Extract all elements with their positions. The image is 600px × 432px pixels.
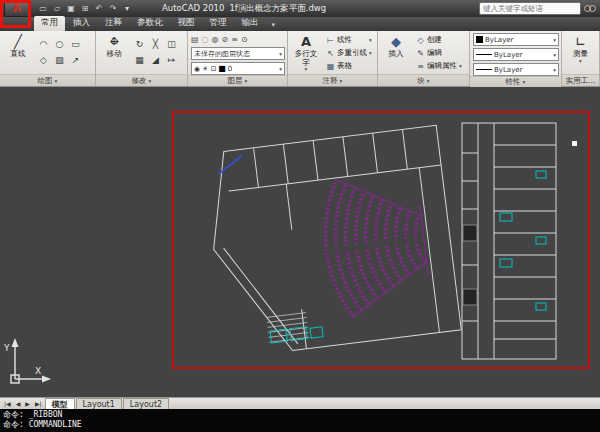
line-button[interactable]: ╱ 直线 [3,33,33,59]
edit-attributes-button[interactable]: ≡ 编辑属性 ▾ [414,60,464,72]
qat-menu-icon[interactable]: ▾ [121,4,133,13]
move-button[interactable]: ↔ ↕ 移动 [99,33,129,59]
panel-block-title: 块 [417,76,425,86]
multileader-icon: ↖ [326,49,335,58]
draw-icon-grid: ◠ ○ ▭ ◇ ▨ ↗ [36,36,83,67]
tab-home[interactable]: 常用 [34,16,65,31]
titlebar: A ▭ ▱ ▣ ⊞ ↶ ↷ ▾ AutoCAD 2010 1f演出概念方案平面.… [0,0,600,17]
table-icon: ▦ [326,62,335,71]
insert-block-button[interactable]: ◆ 插入 [381,33,411,59]
first-layout-button[interactable]: |◀ [2,400,13,407]
array-icon[interactable]: ▦ [132,52,147,67]
layer-match-icon[interactable]: ≡ [231,35,238,44]
create-block-button[interactable]: ◇ 创建 [414,34,464,46]
command-history-line: 命令: _RIBBON [3,410,600,420]
edit-block-button[interactable]: ✎ 编辑 [414,47,464,59]
ribbon: ╱ 直线 ◠ ○ ▭ ◇ ▨ ↗ 绘图 ▾ [0,31,600,87]
fillet-icon[interactable]: ◢ [148,52,163,67]
tab-parametric[interactable]: 参数化 [130,16,170,31]
circle-icon[interactable]: ○ [52,36,67,51]
linetype-dropdown[interactable]: ByLayer ▾ [473,48,559,61]
tab-insert[interactable]: 插入 [66,16,97,31]
object-color-dropdown[interactable]: ByLayer ▾ [473,33,559,46]
panel-annotation: A 多行文字 ▾ ⊢ 线性 ▾ ↖ 多重引线 ▾ [288,31,378,86]
linear-dimension-button[interactable]: ⊢ 线性 ▾ [324,34,374,46]
prev-layout-button[interactable]: ◀ [14,400,23,407]
new-file-icon[interactable]: ▭ [37,4,49,13]
tab-layout1[interactable]: Layout1 [76,398,122,409]
trim-icon[interactable]: ╳ [148,36,163,51]
layer-state-dropdown[interactable]: 未保存的图层状态 ▾ [191,47,285,60]
command-window[interactable]: 命令: _RIBBON 命令: COMMANDLINE [0,409,600,432]
panel-label-layers[interactable]: 图层 ▾ [188,75,287,86]
application-menu-button[interactable]: A [4,1,30,17]
window-title: AutoCAD 2010 1f演出概念方案平面.dwg [162,3,326,15]
grip-point[interactable] [572,141,577,146]
layer-state-value: 未保存的图层状态 [194,49,250,59]
layer-tools-row: ▤ ◌ ◍ ⊘ ≡ ⊙ [191,33,248,45]
mirror-icon[interactable]: ◫ [164,36,179,51]
panel-label-properties[interactable]: 特性 ▾ [470,76,561,87]
stretch-icon[interactable]: ↦ [164,52,179,67]
next-layout-button[interactable]: ▶ [23,400,32,407]
lock-icon: ⊡ [210,65,216,73]
polygon-icon[interactable]: ◇ [36,52,51,67]
arc-icon[interactable]: ◠ [36,36,51,51]
save-icon[interactable]: ▣ [65,4,77,13]
panel-label-draw[interactable]: 绘图 ▾ [0,74,95,86]
ribbon-tab-row: 常用 插入 注释 参数化 视图 管理 输出 ▾ [0,17,600,31]
layer-properties-icon[interactable]: ▤ [191,35,199,44]
mtext-button[interactable]: A 多行文字 ▾ [291,33,321,72]
layer-freeze-icon[interactable]: ⊘ [222,35,229,44]
measure-icon: ∟ [575,33,586,50]
hatch-icon[interactable]: ▨ [52,52,67,67]
layer-lock-icon[interactable]: ⊙ [241,35,248,44]
layer-dropdown[interactable]: ◉ ☀ ⊡ ■ 0 ▾ [191,62,285,75]
last-layout-button[interactable]: ▶| [33,400,44,407]
line-icon: ╱ [14,33,22,50]
panel-block: ◆ 插入 ◇ 创建 ✎ 编辑 ≡ 编辑属性 ▾ [378,31,470,86]
panel-label-block[interactable]: 块 ▾ [378,74,469,86]
table-button[interactable]: ▦ 表格 [324,60,374,72]
panel-label-modify[interactable]: 修改 ▾ [96,74,187,86]
dim-linear-icon: ⊢ [326,36,335,45]
panel-utilities-title: 实用工... [566,76,596,86]
modify-icon-grid: ↻ ╳ ◫ ▦ ◢ ↦ [132,36,179,67]
tab-model[interactable]: 模型 [45,398,75,409]
search-icon[interactable] [584,5,596,13]
layer-isolate-icon[interactable]: ◍ [212,35,219,44]
tab-view[interactable]: 视图 [171,16,202,31]
tab-manage[interactable]: 管理 [203,16,234,31]
rotate-icon[interactable]: ↻ [132,36,147,51]
panel-draw: ╱ 直线 ◠ ○ ▭ ◇ ▨ ↗ 绘图 ▾ [0,31,96,86]
chevron-down-icon: ▾ [279,66,282,72]
app-title: AutoCAD 2010 [162,3,224,15]
tab-output[interactable]: 输出 [235,16,266,31]
layer-color-swatch: ■ [218,65,226,73]
drawing-canvas[interactable]: Y X [0,87,600,397]
color-swatch [476,36,483,43]
tab-annotate[interactable]: 注释 [98,16,129,31]
rectangle-icon[interactable]: ▭ [68,36,83,51]
layer-off-icon[interactable]: ◌ [202,35,209,44]
redo-icon[interactable]: ↷ [107,4,119,13]
floor-plan [174,113,588,367]
lineweight-dropdown[interactable]: ByLayer ▾ [473,63,559,76]
search-input[interactable] [479,2,581,15]
panel-label-utilities[interactable]: 实用工... [562,74,599,86]
multileader-button[interactable]: ↖ 多重引线 ▾ [324,47,374,59]
chevron-down-icon: ▾ [553,67,556,73]
plot-icon[interactable]: ⊞ [79,4,91,13]
measure-button[interactable]: ∟ 测量 ▾ [566,33,596,64]
open-file-icon[interactable]: ▱ [51,4,63,13]
toilet-fixtures [500,171,546,310]
undo-icon[interactable]: ↶ [93,4,105,13]
chevron-down-icon: ▾ [553,37,556,43]
tab-layout2[interactable]: Layout2 [123,398,169,409]
chevron-down-icon: ▾ [579,59,582,64]
edit-attributes-icon: ≡ [416,62,425,71]
ray-icon[interactable]: ↗ [68,52,83,67]
panel-properties-title: 特性 [506,77,521,87]
ribbon-minimize-button[interactable]: ▾ [267,21,281,31]
panel-label-annotation[interactable]: 注释 ▾ [288,74,377,86]
